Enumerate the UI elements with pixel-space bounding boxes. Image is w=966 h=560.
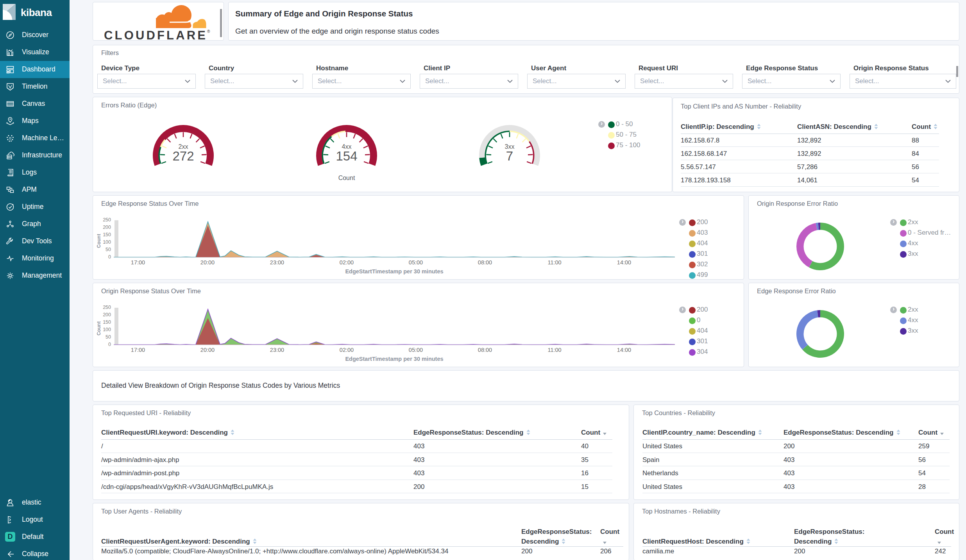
svg-text:154: 154 [336,149,357,163]
svg-text:®: ® [207,29,210,34]
svg-text:7: 7 [506,149,513,163]
svg-text:272: 272 [172,149,194,163]
svg-text:CLOUDFLARE: CLOUDFLARE [104,29,206,41]
